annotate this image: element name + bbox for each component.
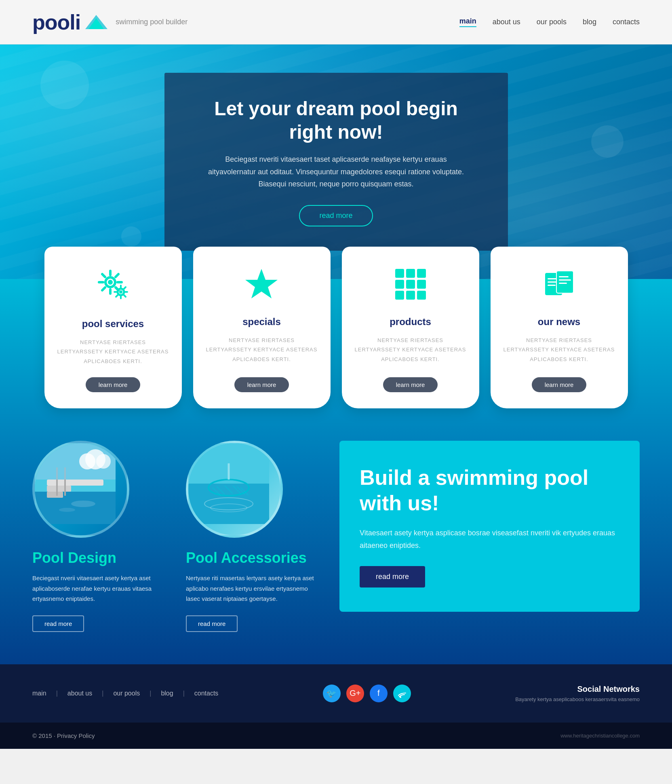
document-icon xyxy=(542,267,576,306)
card-title-specials: specials xyxy=(242,316,281,328)
svg-rect-13 xyxy=(395,291,404,300)
card-btn-pool-services[interactable]: learn more xyxy=(86,377,141,392)
svg-rect-9 xyxy=(417,269,426,278)
star-icon xyxy=(244,267,279,306)
pool-accessories-btn[interactable]: read more xyxy=(186,615,238,632)
nav-our-pools[interactable]: our pools xyxy=(537,18,567,26)
hero-box: Let your dream pool begin right now! Bec… xyxy=(164,73,508,251)
card-text-specials: NERTYASE RIERTASES LERTYARSSETY KERTYACE… xyxy=(205,336,318,364)
logo-tagline: swimming pool builder xyxy=(116,18,187,26)
pool-design-text: Beciegast nverii vitaesaert asety kertya… xyxy=(32,573,170,604)
card-btn-news[interactable]: learn more xyxy=(532,377,587,392)
twitter-icon[interactable]: 🐦 xyxy=(323,685,341,702)
footer-nav-about[interactable]: about us xyxy=(67,690,92,697)
service-card-specials: specials NERTYASE RIERTASES LERTYARSSETY… xyxy=(193,247,331,408)
svg-rect-14 xyxy=(406,291,415,300)
footer-nav: main | about us | our pools | blog | con… xyxy=(32,690,218,697)
header: pooli swimming pool builder main about u… xyxy=(0,0,672,44)
bubble-2 xyxy=(591,125,624,158)
footer-nav-sep-1: | xyxy=(56,690,58,697)
main-nav: main about us our pools blog contacts xyxy=(459,17,640,27)
footer-social-title: Social Networks xyxy=(515,685,640,694)
svg-rect-26 xyxy=(47,480,103,486)
svg-point-43 xyxy=(400,696,401,698)
svg-rect-15 xyxy=(417,291,426,300)
card-text-products: NERTYASE RIERTASES LERTYARSSETY KERTYACE… xyxy=(354,336,467,364)
pool-design-image xyxy=(32,441,129,538)
footer-social-icons: 🐦 G+ f xyxy=(323,685,411,702)
nav-about-us[interactable]: about us xyxy=(493,18,520,26)
pool-accessories-title: Pool Accessories xyxy=(186,549,323,566)
svg-point-31 xyxy=(71,501,95,507)
footer-nav-pools[interactable]: our pools xyxy=(113,690,140,697)
footer-nav-sep-2: | xyxy=(102,690,103,697)
wifi-icon[interactable] xyxy=(393,685,411,702)
pool-promo-box: Build a swimming pool with us! Vitaesaer… xyxy=(339,441,640,612)
bubble-1 xyxy=(40,61,89,109)
services-cards: pool services NERTYASE RIERTASES LERTYAR… xyxy=(0,247,672,408)
svg-rect-19 xyxy=(548,285,556,286)
svg-rect-28 xyxy=(47,492,63,498)
card-btn-specials[interactable]: learn more xyxy=(234,377,289,392)
svg-rect-20 xyxy=(556,271,573,293)
svg-rect-22 xyxy=(559,279,571,281)
svg-rect-8 xyxy=(406,269,415,278)
logo-icon xyxy=(85,15,107,29)
nav-main[interactable]: main xyxy=(459,17,476,27)
google-plus-icon[interactable]: G+ xyxy=(346,685,364,702)
service-card-products: products NERTYASE RIERTASES LERTYARSSETY… xyxy=(342,247,479,408)
grid-icon xyxy=(393,267,428,306)
card-title-pool-services: pool services xyxy=(82,318,144,330)
card-text-pool-services: NERTYASE RIERTASES LERTYARSSETY KERTYACE… xyxy=(57,338,170,366)
pool-grid: Pool Design Beciegast nverii vitaesaert … xyxy=(0,441,672,664)
bubble-3 xyxy=(121,226,141,247)
card-text-news: NERTYASE RIERTASES LERTYARSSETY KERTYACE… xyxy=(503,336,616,364)
logo-text: pooli xyxy=(32,10,80,34)
footer-social-info: Social Networks Bayarety kertya aseplica… xyxy=(515,685,640,702)
footer-copyright: © 2015 · Privacy Policy xyxy=(32,732,95,739)
footer-nav-contacts[interactable]: contacts xyxy=(194,690,219,697)
pool-accessories-item: Pool Accessories Nertyase riti masertas … xyxy=(186,441,323,632)
svg-point-32 xyxy=(59,508,75,512)
svg-rect-11 xyxy=(406,280,415,289)
footer-nav-blog[interactable]: blog xyxy=(161,690,173,697)
pool-promo-title: Build a swimming pool with us! xyxy=(360,465,619,516)
card-title-news: our news xyxy=(538,316,580,328)
card-btn-products[interactable]: learn more xyxy=(383,377,438,392)
svg-point-36 xyxy=(96,454,111,469)
pool-design-btn[interactable]: read more xyxy=(32,615,84,632)
footer-bottom: © 2015 · Privacy Policy www.heritagechri… xyxy=(0,723,672,749)
card-title-products: products xyxy=(390,316,431,328)
blue-section: pool services NERTYASE RIERTASES LERTYAR… xyxy=(0,279,672,664)
nav-contacts[interactable]: contacts xyxy=(613,18,640,26)
service-card-pool-services: pool services NERTYASE RIERTASES LERTYAR… xyxy=(44,247,182,408)
pool-promo-text: Vitaesaert asety kertya asplicase bosrae… xyxy=(360,527,619,552)
pool-design-title: Pool Design xyxy=(32,549,170,566)
footer-main: main | about us | our pools | blog | con… xyxy=(0,664,672,723)
footer-nav-sep-3: | xyxy=(150,690,151,697)
hero-read-more-button[interactable]: read more xyxy=(299,205,373,226)
pool-promo-btn[interactable]: read more xyxy=(360,566,425,587)
logo-area: pooli swimming pool builder xyxy=(32,10,187,34)
nav-blog[interactable]: blog xyxy=(583,18,596,26)
pool-accessories-text: Nertyase riti masertas lertyars asety ke… xyxy=(186,573,323,604)
svg-rect-10 xyxy=(395,280,404,289)
svg-marker-6 xyxy=(245,269,278,298)
hero-subtitle: Beciegast nveriti vitaesaert taset aplic… xyxy=(205,153,468,190)
svg-rect-27 xyxy=(47,486,71,492)
svg-point-3 xyxy=(108,280,113,285)
footer-nav-main[interactable]: main xyxy=(32,690,46,697)
gears-icon xyxy=(95,267,131,309)
footer-social-text: Bayarety kertya aseplicaboos kerasaersvi… xyxy=(515,696,640,702)
svg-point-35 xyxy=(79,453,95,469)
footer-url: www.heritagechristiancollege.com xyxy=(560,733,640,739)
footer-nav-sep-4: | xyxy=(183,690,185,697)
svg-rect-12 xyxy=(417,280,426,289)
svg-rect-21 xyxy=(559,276,569,277)
pool-design-item: Pool Design Beciegast nverii vitaesaert … xyxy=(32,441,170,632)
hero-section: Let your dream pool begin right now! Bec… xyxy=(0,44,672,279)
svg-point-5 xyxy=(119,290,122,294)
svg-rect-17 xyxy=(548,278,557,279)
facebook-icon[interactable]: f xyxy=(370,685,388,702)
service-card-news: our news NERTYASE RIERTASES LERTYARSSETY… xyxy=(491,247,628,408)
